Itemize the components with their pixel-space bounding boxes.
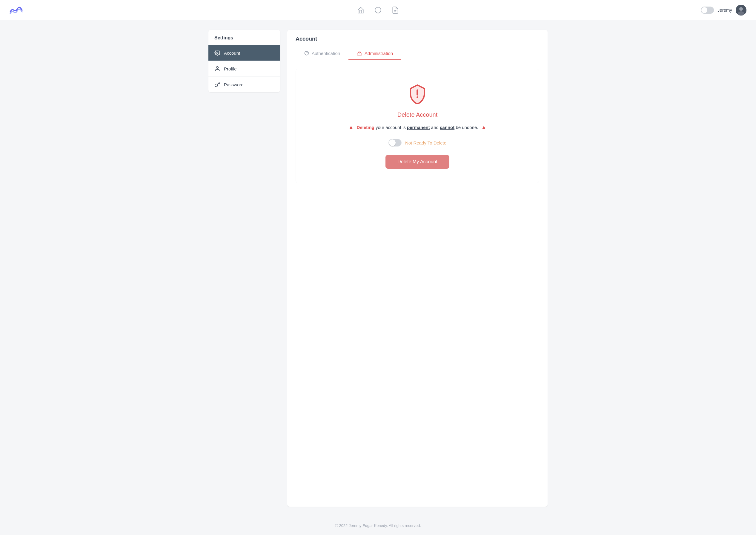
sidebar-password-label: Password: [224, 82, 244, 87]
warning-and-text: and: [431, 125, 440, 130]
sidebar-title: Settings: [209, 30, 280, 45]
delete-toggle-row: Not Ready To Delete: [388, 139, 446, 147]
user-avatar[interactable]: [736, 5, 746, 15]
user-icon: [214, 66, 220, 72]
warning-triangle-icon: [357, 50, 362, 56]
sidebar-item-account[interactable]: Account: [209, 45, 280, 61]
toggle-label: Not Ready To Delete: [405, 140, 446, 145]
main-layout: Settings Account Profile Pass: [199, 20, 557, 516]
svg-point-8: [217, 52, 218, 54]
user-name-label: Jeremy: [717, 8, 732, 13]
document-nav-icon[interactable]: [391, 6, 399, 14]
logo[interactable]: [10, 5, 23, 15]
user-circle-icon: [304, 50, 309, 56]
delete-account-card: Delete Account ▲ Deleting your account i…: [295, 69, 539, 183]
footer-text: © 2022 Jeremy Edgar Kenedy. All rights r…: [335, 523, 421, 528]
warning-permanent-text: permanent: [407, 125, 430, 130]
shield-warning-icon: [407, 83, 428, 105]
sidebar-item-profile[interactable]: Profile: [209, 61, 280, 77]
tab-authentication[interactable]: Authentication: [295, 47, 349, 60]
warning-mid-text: your account is: [376, 125, 407, 130]
page-title: Account: [295, 36, 539, 42]
key-icon: [214, 81, 220, 88]
sidebar-account-label: Account: [224, 50, 240, 56]
nav-right: Jeremy: [701, 5, 746, 15]
tab-administration-label: Administration: [365, 51, 393, 56]
info-nav-icon[interactable]: [374, 6, 382, 14]
content-header: Account Authentication A: [287, 30, 547, 60]
nav-icons: [357, 6, 399, 14]
tab-administration[interactable]: Administration: [349, 47, 401, 60]
warning-left-icon: ▲: [349, 124, 354, 130]
settings-sidebar: Settings Account Profile Pass: [209, 30, 280, 507]
home-nav-icon[interactable]: [357, 6, 365, 14]
delete-my-account-button[interactable]: Delete My Account: [385, 155, 449, 169]
tab-authentication-label: Authentication: [312, 51, 340, 56]
delete-account-title: Delete Account: [397, 111, 438, 118]
content-panel: Account Authentication A: [287, 30, 547, 507]
warning-end-text: be undone.: [456, 125, 478, 130]
theme-toggle[interactable]: [701, 7, 714, 14]
warning-cannot-text: cannot: [440, 125, 455, 130]
warning-message-row: ▲ Deleting your account is permanent and…: [349, 124, 487, 130]
warning-right-icon: ▲: [481, 124, 487, 130]
sidebar-profile-label: Profile: [224, 66, 237, 71]
svg-point-9: [216, 67, 218, 69]
sidebar-card: Settings Account Profile Pass: [209, 30, 280, 92]
tabs-bar: Authentication Administration: [295, 47, 539, 60]
warning-text: Deleting your account is permanent and c…: [357, 125, 478, 130]
sidebar-item-password[interactable]: Password: [209, 77, 280, 92]
svg-point-6: [739, 7, 743, 11]
svg-point-14: [416, 97, 418, 98]
gear-icon: [214, 50, 220, 56]
warning-bold-text: Deleting: [357, 125, 375, 130]
top-navigation: Jeremy: [0, 0, 756, 20]
footer: © 2022 Jeremy Edgar Kenedy. All rights r…: [0, 516, 756, 535]
delete-toggle[interactable]: [388, 139, 402, 147]
